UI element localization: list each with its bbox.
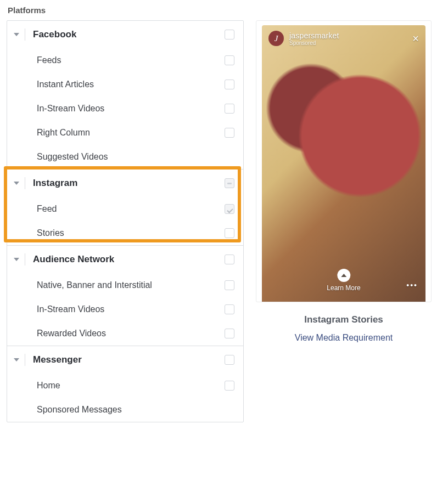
group-instagram[interactable]: Instagram — [7, 169, 243, 197]
chevron-down-icon — [14, 258, 19, 261]
placement-row[interactable]: Sponsored Messages — [7, 398, 243, 422]
cta-label: Learn More — [327, 284, 360, 292]
chevron-down-icon — [14, 182, 19, 185]
story-preview-image: J jaspersmarket Sponsored × Learn More •… — [262, 25, 425, 302]
placement-row[interactable]: Right Column — [7, 121, 243, 145]
group-title: Messenger — [33, 354, 225, 365]
placement-row[interactable]: Native, Banner and Interstitial — [7, 273, 243, 297]
sponsored-label: Sponsored — [289, 40, 407, 46]
placement-label: Home — [37, 381, 225, 391]
group-title: Facebook — [33, 29, 225, 40]
platforms-panel: Facebook Feeds Instant Articles In-Strea… — [7, 20, 244, 422]
checkbox-instagram-0[interactable] — [225, 204, 234, 214]
group-messenger[interactable]: Messenger — [7, 346, 243, 374]
divider — [25, 29, 25, 41]
checkbox-facebook-1[interactable] — [225, 80, 234, 89]
placement-label: In-Stream Videos — [37, 304, 225, 314]
placement-label: Feeds — [37, 55, 225, 65]
group-title: Audience Network — [33, 254, 225, 265]
brand-name: jaspersmarket — [289, 31, 407, 40]
placement-label: Instant Articles — [37, 80, 225, 89]
section-label: Platforms — [8, 5, 441, 15]
chevron-down-icon — [14, 358, 19, 361]
placement-row[interactable]: Suggested Videos — [7, 145, 243, 169]
placement-row[interactable]: In-Stream Videos — [7, 97, 243, 121]
checkbox-facebook-2[interactable] — [225, 104, 234, 114]
placement-row[interactable]: Stories — [7, 221, 243, 245]
placement-label: Native, Banner and Interstitial — [37, 280, 225, 290]
checkbox-facebook[interactable] — [225, 30, 234, 39]
phone-frame: J jaspersmarket Sponsored × Learn More •… — [256, 20, 432, 302]
checkbox-audience-network-0[interactable] — [225, 280, 234, 290]
placement-row[interactable]: Rewarded Videos — [7, 321, 243, 346]
checkbox-audience-network-1[interactable] — [225, 304, 234, 314]
close-icon[interactable]: × — [412, 33, 419, 44]
brand-avatar: J — [268, 31, 284, 46]
group-title: Instagram — [33, 178, 225, 189]
placement-label: Rewarded Videos — [37, 329, 225, 338]
placement-row[interactable]: Feed — [7, 197, 243, 221]
placement-label: Sponsored Messages — [37, 405, 234, 415]
placement-row[interactable]: In-Stream Videos — [7, 297, 243, 321]
placement-row[interactable]: Home — [7, 374, 243, 398]
checkbox-audience-network[interactable] — [225, 255, 234, 264]
placement-row[interactable]: Feeds — [7, 48, 243, 72]
chevron-down-icon — [14, 33, 19, 36]
placement-label: Suggested Videos — [37, 152, 234, 162]
preview-title: Instagram Stories — [304, 314, 383, 325]
placement-row[interactable]: Instant Articles — [7, 72, 243, 97]
placement-label: Feed — [37, 204, 225, 214]
chevron-up-icon — [337, 269, 350, 282]
more-icon[interactable]: ••• — [406, 281, 418, 290]
checkbox-instagram[interactable] — [225, 178, 234, 188]
divider — [25, 253, 25, 265]
checkbox-facebook-3[interactable] — [225, 128, 234, 138]
group-facebook[interactable]: Facebook — [7, 21, 243, 48]
checkbox-messenger[interactable] — [225, 355, 234, 365]
placement-label: In-Stream Videos — [37, 104, 225, 114]
placement-label: Right Column — [37, 128, 225, 138]
checkbox-audience-network-2[interactable] — [225, 329, 234, 338]
divider — [25, 354, 25, 366]
checkbox-instagram-1[interactable] — [225, 228, 234, 238]
divider — [25, 177, 25, 189]
view-media-requirement-link[interactable]: View Media Requirement — [295, 333, 393, 343]
group-audience-network[interactable]: Audience Network — [7, 245, 243, 273]
checkbox-messenger-0[interactable] — [225, 381, 234, 391]
checkbox-facebook-0[interactable] — [225, 55, 234, 65]
placement-label: Stories — [37, 228, 225, 238]
preview-column: J jaspersmarket Sponsored × Learn More •… — [256, 20, 432, 343]
story-cta[interactable]: Learn More — [327, 269, 360, 292]
